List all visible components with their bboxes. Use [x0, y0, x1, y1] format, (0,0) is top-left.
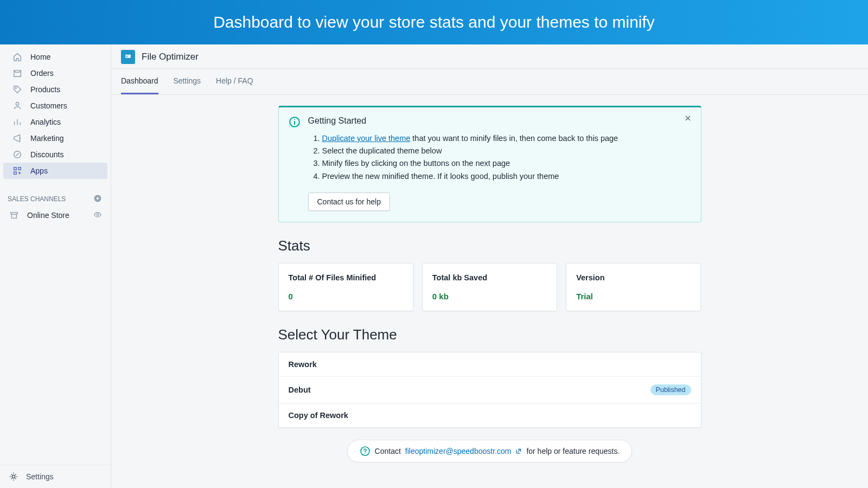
svg-point-1: [15, 87, 16, 88]
step-1: Duplicate your live theme that you want …: [322, 132, 618, 145]
nav-products[interactable]: Products: [3, 81, 107, 98]
stat-value: 0 kb: [432, 292, 547, 301]
layout: Home Orders Products Customers Analytics…: [0, 44, 868, 488]
nav-settings[interactable]: Settings: [0, 465, 111, 488]
published-badge: Published: [650, 384, 691, 395]
footer-contact: Contact fileoptimizer@speedboostr.com fo…: [347, 440, 633, 463]
footer-suffix: for help or feature requests.: [526, 447, 620, 455]
help-icon: [360, 446, 371, 457]
sidebar: Home Orders Products Customers Analytics…: [0, 44, 111, 488]
svg-point-8: [97, 214, 98, 215]
nav-home[interactable]: Home: [3, 49, 107, 65]
nav-label: Analytics: [30, 118, 61, 126]
theme-name: Debut: [289, 386, 311, 394]
nav-label: Orders: [30, 69, 54, 78]
promo-banner: Dashboard to view your store stats and y…: [0, 0, 868, 44]
svg-rect-10: [125, 55, 131, 58]
theme-name: Copy of Rework: [289, 411, 348, 420]
nav-label: Apps: [30, 166, 48, 175]
main: File Optimizer Dashboard Settings Help /…: [111, 44, 868, 488]
add-channel-button[interactable]: [93, 194, 103, 204]
callout-steps: Duplicate your live theme that you want …: [322, 132, 618, 183]
nav-analytics[interactable]: Analytics: [3, 114, 107, 130]
stats-row: Total # Of Files Minified 0 Total kb Sav…: [278, 263, 701, 311]
store-icon: [9, 210, 20, 221]
tabs: Dashboard Settings Help / FAQ: [111, 69, 868, 95]
nav-orders[interactable]: Orders: [3, 65, 107, 81]
svg-rect-11: [126, 56, 129, 56]
callout-body: Getting Started Duplicate your live them…: [308, 116, 618, 211]
app-icon: [121, 50, 135, 64]
home-icon: [12, 52, 23, 62]
marketing-icon: [12, 133, 23, 144]
sales-channels-header: SALES CHANNELS: [0, 189, 111, 207]
close-icon[interactable]: [684, 114, 693, 124]
duplicate-theme-link[interactable]: Duplicate your live theme: [322, 134, 411, 143]
view-store-icon[interactable]: [93, 210, 103, 220]
info-icon: [289, 116, 301, 128]
svg-rect-12: [126, 56, 127, 57]
customers-icon: [12, 100, 23, 111]
svg-rect-5: [18, 168, 21, 170]
svg-point-2: [16, 102, 18, 105]
channel-label: Online Store: [27, 211, 69, 220]
stat-version: Version Trial: [566, 263, 701, 311]
nav-label: Marketing: [30, 134, 63, 143]
step-4: Preview the new minified theme. If it lo…: [322, 170, 618, 183]
stat-value: 0: [289, 292, 403, 301]
stats-heading: Stats: [278, 237, 701, 254]
svg-point-9: [12, 475, 15, 478]
themes-heading: Select Your Theme: [278, 326, 701, 343]
svg-rect-4: [14, 168, 17, 170]
banner-text: Dashboard to view your store stats and y…: [213, 13, 655, 31]
theme-row[interactable]: Debut Published: [279, 377, 701, 403]
nav-marketing[interactable]: Marketing: [3, 130, 107, 146]
stat-label: Version: [576, 273, 691, 282]
nav-apps[interactable]: Apps: [3, 163, 107, 179]
stat-value: Trial: [576, 292, 691, 301]
app-title: File Optimizer: [142, 52, 199, 62]
stat-kb-saved: Total kb Saved 0 kb: [422, 263, 557, 311]
theme-name: Rework: [289, 360, 317, 369]
analytics-icon: [12, 117, 23, 127]
footer-prefix: Contact: [375, 447, 401, 455]
stat-label: Total kb Saved: [432, 273, 547, 282]
apps-icon: [12, 165, 23, 176]
nav-discounts[interactable]: Discounts: [3, 146, 107, 163]
contact-email-link[interactable]: fileoptimizer@speedboostr.com: [405, 447, 512, 455]
products-icon: [12, 84, 23, 95]
nav-label: Home: [30, 53, 50, 61]
step-2: Select the duplicated theme below: [322, 145, 618, 157]
step-3: Minify files by clicking on the buttons …: [322, 157, 618, 170]
nav-customers[interactable]: Customers: [3, 98, 107, 114]
settings-label: Settings: [26, 472, 54, 481]
svg-rect-6: [14, 172, 17, 175]
external-link-icon: [515, 448, 522, 454]
theme-list: Rework Debut Published Copy of Rework: [278, 352, 701, 428]
content: Getting Started Duplicate your live them…: [273, 106, 707, 463]
theme-row[interactable]: Rework: [279, 352, 701, 377]
callout-title: Getting Started: [308, 116, 618, 126]
app-header: File Optimizer: [111, 44, 868, 69]
theme-row[interactable]: Copy of Rework: [279, 403, 701, 427]
tab-settings[interactable]: Settings: [174, 69, 201, 94]
stat-label: Total # Of Files Minified: [289, 273, 403, 282]
getting-started-callout: Getting Started Duplicate your live them…: [278, 106, 701, 222]
discounts-icon: [12, 149, 23, 160]
settings-icon: [9, 472, 18, 481]
channels-header-text: SALES CHANNELS: [8, 195, 66, 203]
stat-files-minified: Total # Of Files Minified 0: [278, 263, 413, 311]
nav-label: Customers: [30, 101, 67, 110]
tab-help[interactable]: Help / FAQ: [216, 69, 253, 94]
nav-label: Products: [30, 85, 60, 94]
channel-online-store[interactable]: Online Store: [0, 207, 111, 223]
orders-icon: [12, 68, 23, 79]
tab-dashboard[interactable]: Dashboard: [121, 69, 158, 94]
contact-help-button[interactable]: Contact us for help: [308, 192, 391, 211]
nav-label: Discounts: [30, 150, 63, 159]
